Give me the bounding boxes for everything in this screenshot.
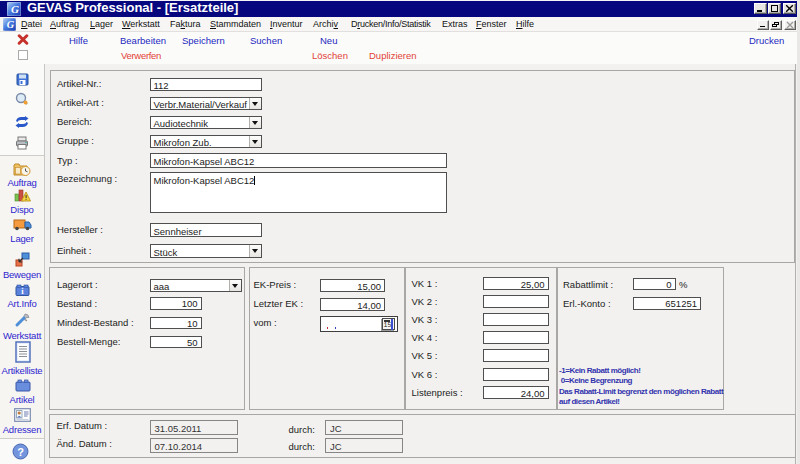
svg-text:G: G [7, 19, 15, 30]
svg-text:G: G [11, 3, 19, 15]
svg-text:?: ? [17, 446, 24, 458]
